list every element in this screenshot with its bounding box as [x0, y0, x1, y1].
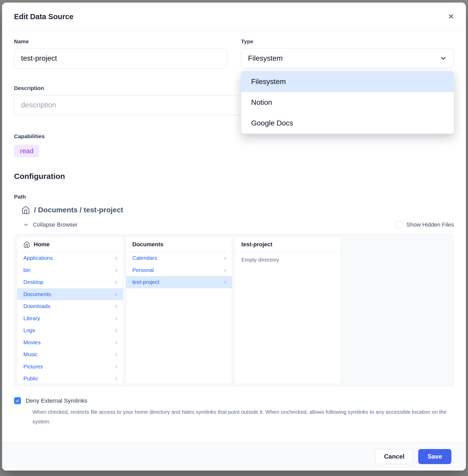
chevron-right-icon: ›	[115, 303, 117, 309]
browser-column-title: Documents	[132, 241, 163, 248]
type-dropdown-option[interactable]: Filesystem	[241, 71, 454, 92]
configuration-heading: Configuration	[14, 172, 454, 181]
chevron-right-icon: ›	[115, 339, 117, 346]
type-label: Type	[241, 38, 454, 45]
home-icon[interactable]	[21, 206, 30, 214]
browser-column-rows: Calendars › Personal › test-project	[126, 252, 232, 288]
deny-symlinks-checkbox[interactable]	[14, 397, 21, 404]
breadcrumb: / Documents / test-project	[14, 206, 454, 214]
browser-item[interactable]: Pictures ›	[17, 361, 123, 373]
browser-item[interactable]: Library ›	[17, 312, 123, 325]
browser-item-label: Calendars	[132, 255, 157, 261]
browser-item[interactable]: bin ›	[17, 264, 123, 276]
chevron-right-icon: ›	[115, 291, 117, 297]
cancel-button[interactable]: Cancel	[375, 449, 413, 464]
modal-footer: Cancel Save	[2, 442, 466, 471]
browser-item-label: Logs	[23, 327, 35, 333]
capability-badge: read	[14, 145, 39, 157]
browser-item-label: Library	[23, 315, 40, 321]
type-select[interactable]: Filesystem	[241, 48, 454, 68]
chevron-right-icon: ›	[224, 255, 226, 261]
browser-item-label: Documents	[23, 291, 51, 297]
type-dropdown-option[interactable]: Notion	[241, 92, 454, 113]
type-field: Type Filesystem Filesystem	[241, 38, 454, 68]
chevron-right-icon: ›	[224, 267, 226, 273]
chevron-right-icon: ›	[115, 363, 117, 370]
chevron-right-icon: ›	[115, 351, 117, 358]
modal-backdrop: Edit Data Source ✕ Name Type Filesystem	[0, 0, 468, 476]
browser-column-documents: Documents Calendars › Personal ›	[126, 237, 232, 384]
deny-symlinks-toggle[interactable]: Deny External Symlinks	[14, 397, 454, 404]
browser-column-test-project: test-project Empty directory	[235, 237, 341, 384]
collapse-browser-toggle[interactable]: Collapse Browser	[14, 221, 78, 228]
show-hidden-files-toggle[interactable]: Show Hidden Files	[395, 221, 454, 228]
browser-item-label: Downloads	[23, 303, 50, 309]
chevron-right-icon: ›	[115, 327, 117, 333]
browser-item[interactable]: Music ›	[17, 348, 123, 361]
name-label: Name	[14, 38, 227, 45]
browser-item[interactable]: Logs ›	[17, 324, 123, 337]
browser-item-label: Desktop	[23, 279, 43, 285]
browser-column-header: Home	[17, 237, 123, 252]
deny-symlinks-label: Deny External Symlinks	[26, 397, 87, 404]
edit-data-source-modal: Edit Data Source ✕ Name Type Filesystem	[2, 3, 466, 471]
name-field: Name	[14, 38, 227, 68]
browser-column-header: Documents	[126, 237, 232, 252]
save-button[interactable]: Save	[418, 449, 451, 464]
chevron-right-icon: ›	[115, 267, 117, 273]
type-dropdown-menu: Filesystem Notion Google Docs	[241, 71, 454, 134]
browser-item[interactable]: Movies ›	[17, 337, 123, 349]
modal-title: Edit Data Source	[14, 12, 73, 21]
type-dropdown-option[interactable]: Google Docs	[241, 113, 454, 134]
browser-item-label: Public	[23, 375, 38, 382]
capabilities-section: Capabilities read	[14, 133, 454, 157]
browser-item[interactable]: Desktop ›	[17, 276, 123, 288]
chevron-right-icon: ›	[224, 279, 226, 285]
name-input[interactable]	[14, 48, 227, 68]
browser-item-label: Applications	[23, 255, 53, 261]
browser-item-label: bin	[23, 267, 31, 273]
symlinks-section: Deny External Symlinks When checked, res…	[14, 397, 454, 426]
modal-header: Edit Data Source ✕	[2, 3, 466, 31]
browser-item[interactable]: Personal ›	[126, 264, 232, 276]
chevron-down-icon	[440, 55, 447, 62]
browser-controls: Collapse Browser Show Hidden Files	[14, 221, 454, 228]
show-hidden-files-label: Show Hidden Files	[407, 221, 454, 228]
browser-item-label: test-project	[132, 279, 159, 285]
breadcrumb-path: / Documents / test-project	[34, 206, 123, 214]
type-dropdown-option-label: Google Docs	[251, 119, 293, 127]
browser-item[interactable]: Documents ›	[17, 288, 123, 300]
close-icon[interactable]: ✕	[448, 13, 454, 20]
browser-item-label: Music	[23, 351, 38, 358]
browser-item[interactable]: Public ›	[17, 373, 123, 384]
file-browser: Home Applications › bin ›	[14, 234, 454, 387]
browser-column-rows: Applications › bin › Desktop ›	[17, 252, 123, 384]
chevron-right-icon: ›	[115, 255, 117, 261]
browser-item-label: Personal	[132, 267, 154, 273]
symlinks-help-text: When checked, restricts file access to y…	[32, 407, 448, 426]
path-label: Path	[14, 194, 454, 200]
home-icon	[23, 241, 30, 248]
browser-item-label: Movies	[23, 339, 41, 346]
browser-item[interactable]: test-project ›	[126, 276, 232, 288]
chevron-down-icon	[23, 222, 29, 228]
browser-item[interactable]: Calendars ›	[126, 252, 232, 264]
modal-body: Name Type Filesystem	[2, 31, 466, 426]
browser-item-label: Pictures	[23, 363, 43, 370]
capabilities-label: Capabilities	[14, 133, 454, 139]
browser-column-title: Home	[34, 241, 50, 248]
browser-column-header: test-project	[235, 237, 341, 252]
type-dropdown-option-label: Notion	[251, 98, 272, 107]
type-select-value: Filesystem	[248, 54, 283, 62]
show-hidden-files-checkbox[interactable]	[395, 221, 402, 228]
browser-item[interactable]: Downloads ›	[17, 300, 123, 312]
browser-column-title: test-project	[241, 241, 272, 248]
chevron-right-icon: ›	[115, 315, 117, 321]
browser-item[interactable]: Applications ›	[17, 252, 123, 264]
chevron-right-icon: ›	[115, 375, 117, 382]
chevron-right-icon: ›	[115, 279, 117, 285]
browser-column-home: Home Applications › bin ›	[17, 237, 123, 384]
collapse-browser-label: Collapse Browser	[33, 221, 78, 228]
capabilities-badges: read	[14, 145, 454, 157]
type-dropdown-option-label: Filesystem	[251, 78, 286, 86]
